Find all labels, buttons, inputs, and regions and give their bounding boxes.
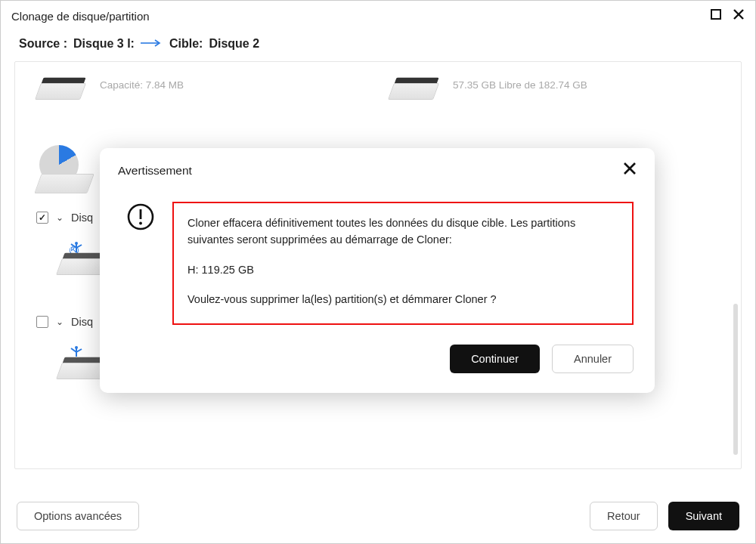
warning-highlight-box: Cloner effacera définitivement toutes le… <box>172 202 634 325</box>
warning-line-1: Cloner effacera définitivement toutes le… <box>187 215 618 249</box>
warning-line-3: Voulez-vous supprimer la(les) partition(… <box>187 292 618 308</box>
checkbox-icon[interactable] <box>36 316 48 328</box>
close-icon[interactable] <box>733 8 745 23</box>
svg-rect-0 <box>711 10 720 19</box>
drive-icon <box>385 65 439 104</box>
close-icon[interactable] <box>623 162 637 179</box>
source-label: Source : <box>19 37 67 51</box>
checkbox-icon[interactable] <box>36 212 48 224</box>
advanced-options-button[interactable]: Options avancées <box>17 502 139 530</box>
target-label: Cible: <box>169 37 203 51</box>
source-target-path: Source : Disque 3 I: Cible: Disque 2 <box>1 31 755 61</box>
window-controls <box>710 8 745 23</box>
disk-usage-icon <box>32 148 100 201</box>
back-button[interactable]: Retour <box>590 502 658 530</box>
svg-point-20 <box>139 222 142 225</box>
capacity-text: Capacité: 7.84 MB <box>100 79 371 91</box>
free-text: 57.35 GB Libre de 182.74 GB <box>453 79 724 91</box>
warning-modal: Avertissement Cloner effacera définitive… <box>100 148 655 393</box>
chevron-down-icon[interactable]: ⌄ <box>56 317 64 327</box>
disk-label: Disq <box>71 316 93 328</box>
window-title: Clonage de disque/partition <box>11 10 150 23</box>
titlebar: Clonage de disque/partition <box>1 1 755 31</box>
warning-icon <box>125 202 156 232</box>
maximize-icon[interactable] <box>710 8 722 23</box>
disk-label: Disq <box>71 212 93 224</box>
drive-icon <box>32 65 86 104</box>
target-value: Disque 2 <box>209 37 259 51</box>
partition-item[interactable]: 57.35 GB Libre de 182.74 GB <box>385 61 724 110</box>
svg-line-10 <box>71 348 76 352</box>
scrollbar[interactable] <box>733 304 738 455</box>
svg-line-11 <box>76 349 82 352</box>
modal-title: Avertissement <box>118 164 192 178</box>
svg-line-7 <box>76 245 82 248</box>
source-value: Disque 3 I: <box>73 37 135 51</box>
svg-line-6 <box>71 244 76 248</box>
next-button[interactable]: Suivant <box>668 502 739 530</box>
warning-line-2: H: 119.25 GB <box>187 262 618 279</box>
continue-button[interactable]: Continuer <box>450 345 540 373</box>
cancel-button[interactable]: Annuler <box>552 345 634 373</box>
footer: Options avancées Retour Suivant <box>0 491 756 544</box>
chevron-down-icon[interactable]: ⌄ <box>56 212 64 223</box>
partition-item[interactable]: Capacité: 7.84 MB <box>32 61 371 110</box>
arrow-icon <box>141 37 163 51</box>
